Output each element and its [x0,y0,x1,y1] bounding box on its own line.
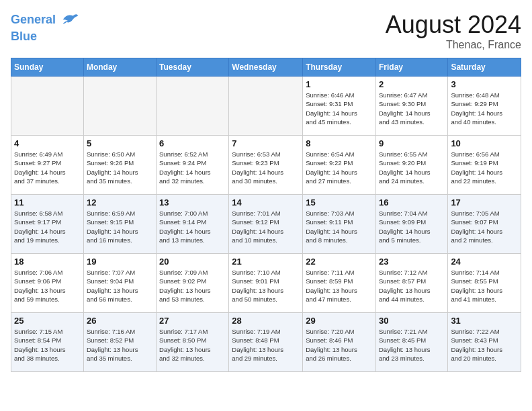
day-info: Sunrise: 7:16 AM Sunset: 8:52 PM Dayligh… [87,327,153,363]
page-header: General Blue August 2024 Thenac, France [11,11,521,51]
day-number: 26 [87,316,153,326]
calendar-cell: 27Sunrise: 7:17 AM Sunset: 8:50 PM Dayli… [157,313,229,372]
calendar-cell: 15Sunrise: 7:03 AM Sunset: 9:11 PM Dayli… [303,195,376,254]
day-number: 3 [451,79,518,89]
logo-blue: Blue [11,30,79,44]
day-info: Sunrise: 7:09 AM Sunset: 9:02 PM Dayligh… [159,268,226,304]
calendar-cell: 4Sunrise: 6:49 AM Sunset: 9:27 PM Daylig… [11,136,84,195]
day-number: 31 [451,316,518,326]
title-block: August 2024 Thenac, France [386,11,521,51]
day-info: Sunrise: 6:59 AM Sunset: 9:15 PM Dayligh… [87,209,153,244]
day-number: 28 [232,316,300,326]
calendar-cell: 28Sunrise: 7:19 AM Sunset: 8:48 PM Dayli… [229,313,303,372]
day-info: Sunrise: 7:12 AM Sunset: 8:57 PM Dayligh… [379,268,445,304]
col-header-monday: Monday [83,58,156,77]
calendar-cell: 24Sunrise: 7:14 AM Sunset: 8:55 PM Dayli… [448,254,521,313]
col-header-thursday: Thursday [303,58,376,77]
day-info: Sunrise: 6:58 AM Sunset: 9:17 PM Dayligh… [14,209,81,244]
day-number: 24 [451,257,518,267]
day-info: Sunrise: 6:54 AM Sunset: 9:22 PM Dayligh… [306,150,373,185]
day-info: Sunrise: 6:55 AM Sunset: 9:20 PM Dayligh… [379,150,445,185]
col-header-friday: Friday [375,58,447,77]
calendar-cell: 20Sunrise: 7:09 AM Sunset: 9:02 PM Dayli… [157,254,229,313]
calendar-cell: 16Sunrise: 7:04 AM Sunset: 9:09 PM Dayli… [375,195,447,254]
day-info: Sunrise: 7:15 AM Sunset: 8:54 PM Dayligh… [14,327,81,363]
header-row: SundayMondayTuesdayWednesdayThursdayFrid… [11,58,521,77]
day-number: 27 [159,316,226,326]
day-number: 21 [232,257,300,267]
calendar-cell: 1Sunrise: 6:46 AM Sunset: 9:31 PM Daylig… [303,77,376,136]
col-header-sunday: Sunday [11,58,84,77]
day-info: Sunrise: 7:20 AM Sunset: 8:46 PM Dayligh… [306,327,373,363]
week-row: 4Sunrise: 6:49 AM Sunset: 9:27 PM Daylig… [11,136,521,195]
day-info: Sunrise: 7:03 AM Sunset: 9:11 PM Dayligh… [306,209,373,244]
calendar-cell: 11Sunrise: 6:58 AM Sunset: 9:17 PM Dayli… [11,195,84,254]
calendar-cell: 31Sunrise: 7:22 AM Sunset: 8:43 PM Dayli… [448,313,521,372]
day-number: 19 [87,257,153,267]
calendar-cell: 21Sunrise: 7:10 AM Sunset: 9:01 PM Dayli… [229,254,303,313]
calendar-cell: 29Sunrise: 7:20 AM Sunset: 8:46 PM Dayli… [303,313,376,372]
day-info: Sunrise: 7:07 AM Sunset: 9:04 PM Dayligh… [87,268,153,304]
calendar-cell [83,77,156,136]
calendar-cell [11,77,84,136]
col-header-saturday: Saturday [448,58,521,77]
calendar-cell: 18Sunrise: 7:06 AM Sunset: 9:06 PM Dayli… [11,254,84,313]
calendar-cell: 22Sunrise: 7:11 AM Sunset: 8:59 PM Dayli… [303,254,376,313]
day-number: 17 [451,197,518,208]
day-info: Sunrise: 6:50 AM Sunset: 9:26 PM Dayligh… [87,150,153,185]
logo-bird-icon [60,11,79,30]
day-info: Sunrise: 7:21 AM Sunset: 8:45 PM Dayligh… [379,327,445,363]
calendar-cell: 14Sunrise: 7:01 AM Sunset: 9:12 PM Dayli… [229,195,303,254]
calendar-cell: 8Sunrise: 6:54 AM Sunset: 9:22 PM Daylig… [303,136,376,195]
day-number: 15 [306,197,373,208]
calendar-cell: 2Sunrise: 6:47 AM Sunset: 9:30 PM Daylig… [375,77,447,136]
calendar-cell [157,77,229,136]
calendar-cell: 3Sunrise: 6:48 AM Sunset: 9:29 PM Daylig… [448,77,521,136]
calendar-cell: 19Sunrise: 7:07 AM Sunset: 9:04 PM Dayli… [83,254,156,313]
calendar-cell: 6Sunrise: 6:52 AM Sunset: 9:24 PM Daylig… [157,136,229,195]
col-header-tuesday: Tuesday [157,58,229,77]
day-number: 13 [159,197,226,208]
day-number: 12 [87,197,153,208]
calendar-cell: 9Sunrise: 6:55 AM Sunset: 9:20 PM Daylig… [375,136,447,195]
day-number: 22 [306,257,373,267]
calendar-cell: 23Sunrise: 7:12 AM Sunset: 8:57 PM Dayli… [375,254,447,313]
day-info: Sunrise: 7:19 AM Sunset: 8:48 PM Dayligh… [232,327,300,363]
calendar-cell: 30Sunrise: 7:21 AM Sunset: 8:45 PM Dayli… [375,313,447,372]
day-number: 8 [306,138,373,148]
week-row: 25Sunrise: 7:15 AM Sunset: 8:54 PM Dayli… [11,313,521,372]
day-info: Sunrise: 7:01 AM Sunset: 9:12 PM Dayligh… [232,209,300,244]
day-info: Sunrise: 7:10 AM Sunset: 9:01 PM Dayligh… [232,268,300,304]
day-number: 10 [451,138,518,148]
day-number: 9 [379,138,445,148]
calendar-cell [229,77,303,136]
day-info: Sunrise: 7:14 AM Sunset: 8:55 PM Dayligh… [451,268,518,304]
calendar-cell: 17Sunrise: 7:05 AM Sunset: 9:07 PM Dayli… [448,195,521,254]
calendar-cell: 13Sunrise: 7:00 AM Sunset: 9:14 PM Dayli… [157,195,229,254]
day-info: Sunrise: 6:52 AM Sunset: 9:24 PM Dayligh… [159,150,226,185]
day-info: Sunrise: 7:05 AM Sunset: 9:07 PM Dayligh… [451,209,518,244]
day-info: Sunrise: 6:53 AM Sunset: 9:23 PM Dayligh… [232,150,300,185]
week-row: 18Sunrise: 7:06 AM Sunset: 9:06 PM Dayli… [11,254,521,313]
day-number: 16 [379,197,445,208]
calendar-cell: 25Sunrise: 7:15 AM Sunset: 8:54 PM Dayli… [11,313,84,372]
day-info: Sunrise: 6:47 AM Sunset: 9:30 PM Dayligh… [379,91,445,126]
day-number: 2 [379,79,445,89]
day-info: Sunrise: 6:56 AM Sunset: 9:19 PM Dayligh… [451,150,518,185]
day-info: Sunrise: 6:46 AM Sunset: 9:31 PM Dayligh… [306,91,373,126]
day-info: Sunrise: 6:49 AM Sunset: 9:27 PM Dayligh… [14,150,81,185]
day-info: Sunrise: 6:48 AM Sunset: 9:29 PM Dayligh… [451,91,518,126]
month-year-title: August 2024 [386,11,521,39]
day-info: Sunrise: 7:17 AM Sunset: 8:50 PM Dayligh… [159,327,226,363]
calendar-cell: 5Sunrise: 6:50 AM Sunset: 9:26 PM Daylig… [83,136,156,195]
day-info: Sunrise: 7:22 AM Sunset: 8:43 PM Dayligh… [451,327,518,363]
day-number: 6 [159,138,226,148]
day-number: 1 [306,79,373,89]
day-info: Sunrise: 7:04 AM Sunset: 9:09 PM Dayligh… [379,209,445,244]
day-number: 29 [306,316,373,326]
location-subtitle: Thenac, France [386,39,521,51]
day-number: 23 [379,257,445,267]
logo: General Blue [11,11,79,44]
logo-general: General [11,13,56,26]
calendar-cell: 12Sunrise: 6:59 AM Sunset: 9:15 PM Dayli… [83,195,156,254]
